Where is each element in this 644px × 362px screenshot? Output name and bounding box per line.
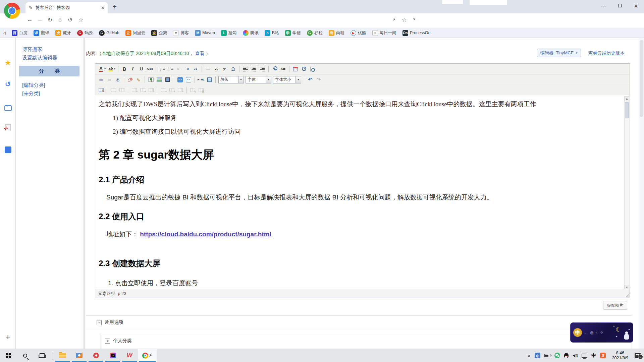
subscript-icon[interactable]: x₂: [212, 65, 220, 73]
strikethrough-icon[interactable]: ABC: [146, 65, 154, 73]
sogou-ime-statusbar[interactable]: 中 。 ◎ ↑ ✧ ☾ ✦ ✦ ✦: [570, 322, 633, 343]
horizontal-rule-icon[interactable]: —: [204, 65, 212, 73]
save-bookmark-icon[interactable]: ☆: [400, 16, 409, 23]
bullet-list-icon[interactable]: ≡: [158, 65, 166, 73]
ime-arrow-icon[interactable]: ↑: [596, 330, 598, 335]
editor-select-button[interactable]: 编辑器: TinyMCE ▾: [537, 49, 581, 57]
insert-time-icon[interactable]: [300, 65, 308, 73]
battery-icon[interactable]: [544, 354, 550, 357]
history-icon[interactable]: ↺: [0, 80, 16, 88]
find-icon[interactable]: A: [271, 65, 279, 73]
anchor-icon[interactable]: ⚓: [114, 76, 122, 84]
bookmark-aliyun[interactable]: 云阿里云: [125, 30, 146, 36]
wps-icon[interactable]: W: [121, 349, 138, 362]
redo-icon[interactable]: ↷: [315, 76, 323, 84]
bookmark-processon[interactable]: OnProcessOn: [402, 30, 431, 36]
bookmark-xuexin[interactable]: 学学信: [285, 30, 301, 36]
reload-button[interactable]: ↻: [46, 16, 54, 23]
scrollbar-thumb[interactable]: [640, 40, 643, 117]
cloud-history-link[interactable]: 查看云端历史版本: [588, 50, 625, 56]
italic-icon[interactable]: I: [129, 65, 137, 73]
editor-scrollbar[interactable]: ▲ ▼: [624, 96, 629, 290]
media-icon[interactable]: [164, 76, 172, 84]
flash-extension-icon[interactable]: ⚡: [390, 16, 398, 22]
sugar-product-link[interactable]: https://cloud.baidu.com/product/sugar.ht…: [140, 231, 271, 238]
autosave-view-link[interactable]: 查看: [195, 51, 204, 56]
browser-tab[interactable]: ✎ 博客后台 - 博客园 ✕: [25, 2, 108, 13]
add-button[interactable]: +: [0, 333, 16, 342]
table-edit-icon[interactable]: ✎: [97, 86, 105, 94]
bookmark-youku[interactable]: ▶优酷: [351, 30, 366, 36]
file-explorer-icon[interactable]: [54, 349, 71, 362]
align-center-icon[interactable]: [250, 65, 258, 73]
insert-row-after-icon[interactable]: +: [139, 86, 147, 94]
insert-date-icon[interactable]: [291, 65, 300, 73]
special-char-icon[interactable]: Ω: [229, 65, 237, 73]
delete-col-icon[interactable]: −: [176, 86, 184, 94]
new-tab-button[interactable]: +: [113, 3, 117, 11]
underline-icon[interactable]: U: [137, 65, 145, 73]
bookmark-maven[interactable]: MMaven: [195, 30, 215, 36]
ime-fullwidth-icon[interactable]: ◎: [590, 330, 594, 335]
bookmark-shanggui[interactable]: 尚尚硅: [329, 30, 344, 36]
chrome-icon[interactable]: ⚡: [138, 349, 157, 362]
unlink-icon[interactable]: ∞: [105, 76, 113, 84]
window-minimize-button[interactable]: —: [596, 3, 612, 8]
taskbar-clock[interactable]: 8:46 2021/8/9: [610, 351, 631, 361]
sidebar-link-blog-move[interactable]: 博客搬家: [22, 46, 42, 53]
indent-icon[interactable]: ⇥: [183, 65, 191, 73]
row-properties-icon[interactable]: [109, 86, 117, 94]
bookmark-lagou[interactable]: L拉勾: [221, 30, 237, 36]
bookmark-boke[interactable]: ✒博客: [173, 30, 189, 36]
bookmark-huya[interactable]: 虎虎牙: [55, 30, 71, 36]
align-right-icon[interactable]: [258, 65, 266, 73]
font-select[interactable]: 字体▼: [246, 76, 271, 83]
link-icon[interactable]: ∞: [97, 76, 105, 84]
preview-icon[interactable]: [308, 65, 316, 73]
history-back-button[interactable]: ↺: [66, 16, 74, 23]
sidebar-link-default-editor[interactable]: 设置默认编辑器: [22, 55, 57, 61]
home-button[interactable]: ⌂: [56, 16, 64, 23]
undo-icon[interactable]: ↶: [306, 76, 314, 84]
chevron-down-icon[interactable]: ▼: [296, 76, 301, 83]
chevron-down-icon[interactable]: ▼: [238, 76, 244, 83]
replace-icon[interactable]: A⇄: [279, 65, 287, 73]
collapse-chevrons-icon[interactable]: »: [105, 339, 110, 344]
display-icon[interactable]: [582, 354, 587, 358]
back-button[interactable]: ←: [25, 16, 34, 23]
fontsize-select[interactable]: 字体大小▼: [273, 76, 301, 83]
bookmark-qi-e[interactable]: 企企鹅: [151, 30, 167, 36]
resize-grip-icon[interactable]: [625, 293, 629, 297]
extract-images-button[interactable]: 提取图片: [603, 301, 627, 310]
fullscreen-icon[interactable]: [205, 76, 213, 84]
taskbar-search-button[interactable]: [17, 349, 34, 362]
bookmark-bilibili[interactable]: bB站: [265, 30, 279, 36]
scroll-up-arrow-icon[interactable]: ▲: [625, 96, 629, 101]
pdf-convert-icon[interactable]: [0, 124, 16, 132]
align-left-icon[interactable]: [241, 65, 250, 73]
collapse-chevrons-icon[interactable]: »: [97, 320, 102, 325]
delete-row-icon[interactable]: −: [147, 86, 155, 94]
numbered-list-icon[interactable]: ≡: [166, 65, 174, 73]
chevron-down-icon[interactable]: ∨: [410, 16, 419, 21]
bold-icon[interactable]: B: [120, 65, 128, 73]
outdent-icon[interactable]: ⇤: [175, 65, 183, 73]
window-close-button[interactable]: ✕: [628, 3, 644, 8]
usb-icon[interactable]: ψ: [535, 353, 540, 358]
tray-expand-icon[interactable]: ∧: [528, 353, 531, 358]
split-cells-icon[interactable]: ⇆: [189, 86, 197, 94]
merge-cells-icon[interactable]: ▣: [197, 86, 205, 94]
wechat-icon[interactable]: [554, 353, 560, 358]
highlight-color-icon[interactable]: ab: [107, 65, 115, 73]
scrollbar-thumb[interactable]: [625, 102, 629, 118]
code-insert-icon[interactable]: <>: [176, 76, 184, 84]
qq-icon[interactable]: [564, 353, 569, 358]
insert-col-before-icon[interactable]: +: [159, 86, 167, 94]
start-button[interactable]: [0, 349, 17, 362]
insert-image-icon[interactable]: [147, 76, 155, 84]
format-painter-icon[interactable]: ✐: [135, 76, 143, 84]
bookmark-baidu[interactable]: 百百度: [12, 30, 28, 36]
sidebar-link-uncategorized[interactable]: [未分类]: [22, 90, 40, 97]
insert-row-before-icon[interactable]: +: [130, 86, 138, 94]
window-maximize-button[interactable]: [612, 3, 628, 8]
